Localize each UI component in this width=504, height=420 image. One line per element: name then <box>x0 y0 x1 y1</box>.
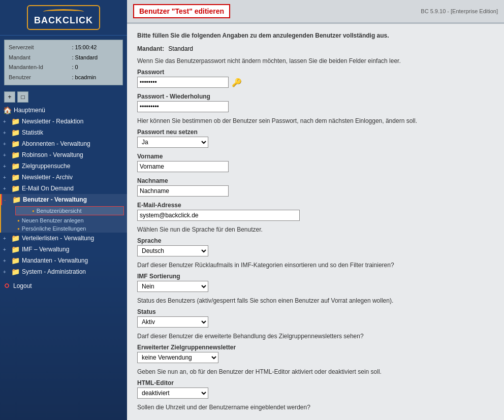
sidebar-item-benutzer-verwaltung[interactable]: - 📁 Benutzer - Verwaltung <box>1 194 127 205</box>
status-group: Status Aktiv Gesperrt <box>137 308 494 328</box>
sidebar-item-label: Hauptmenü <box>14 107 45 114</box>
password-label: Passwort <box>137 69 494 76</box>
sidebar-item-robinson[interactable]: + 📁 Robinson - Verwaltung <box>0 149 127 160</box>
logout-label: Logout <box>13 282 32 289</box>
folder-icon: 📁 <box>11 184 20 192</box>
expand-icon: + <box>3 258 9 264</box>
email-input[interactable] <box>137 210 300 221</box>
sub-item-label: Neuen Benutzer anlegen <box>22 217 84 223</box>
vorname-group: Vorname <box>137 153 494 172</box>
key-icon: 🔑 <box>232 78 242 87</box>
imf-label: IMF Sortierung <box>137 273 494 280</box>
password-reset-group: Passwort neu setzen Ja Nein <box>137 128 494 148</box>
imf-select[interactable]: Nein Ja <box>137 281 208 292</box>
sidebar-item-imf[interactable]: + 📁 IMF – Verwaltung <box>0 244 127 255</box>
password-reset-label: Passwort neu setzen <box>137 128 494 136</box>
uhrzeit-info: Sollen die Uhrzeit und der Benutzername … <box>137 404 494 411</box>
collapse-all-button[interactable]: □ <box>17 91 28 103</box>
sprache-info: Wählen Sie nun die Sprache für den Benut… <box>137 226 494 233</box>
logo-area: BACKCLICK <box>0 0 127 36</box>
sidebar-item-system-administration[interactable]: + 📁 System - Administration <box>0 266 127 277</box>
html-select[interactable]: deaktiviert aktiviert <box>137 387 208 399</box>
sidebar-item-abonnenten[interactable]: + 📁 Abonnenten - Verwaltung <box>0 138 127 149</box>
sprache-label: Sprache <box>137 237 494 244</box>
password-row: 🔑 <box>137 77 494 88</box>
sidebar-item-statistik[interactable]: + 📁 Statistik <box>0 127 127 138</box>
sidebar-item-zielgruppensuche[interactable]: + 📁 Zielgruppensuche <box>0 160 127 172</box>
sub-item-benutzuerbersicht[interactable]: ● Benutzerübersicht <box>15 206 124 215</box>
expand-icon: + <box>3 141 9 147</box>
password-reset-select[interactable]: Ja Nein <box>137 137 208 148</box>
expand-icon: + <box>3 175 9 180</box>
main-header: Benutzer "Test" editieren BC 5.9.10 - [E… <box>127 0 504 23</box>
imf-info: Darf dieser Benutzer Rücklaufmails in IM… <box>137 262 494 269</box>
expand-icon: + <box>3 269 9 275</box>
home-icon: 🏠 <box>3 106 12 114</box>
folder-icon: 📁 <box>11 234 20 242</box>
dot-icon: ● <box>17 218 20 223</box>
nav-icons: + □ <box>0 89 127 105</box>
expand-icon: + <box>3 186 9 191</box>
erweitert-select[interactable]: keine Verwendung Ja <box>137 352 218 363</box>
sidebar-item-label: Statistik <box>22 129 43 136</box>
password-repeat-group: Passwort - Wiederholung <box>137 93 494 112</box>
password-input[interactable] <box>137 77 229 88</box>
sidebar-item-newsletter-archiv[interactable]: + 📁 Newsletter - Archiv <box>0 172 127 183</box>
status-label: Status <box>137 308 494 315</box>
expand-all-button[interactable]: + <box>4 91 15 103</box>
erweitert-label: Erweiterter Zielgruppennewsletter <box>137 344 494 351</box>
logo-arc <box>43 9 84 14</box>
mandant-id-value: : 0 <box>70 63 118 72</box>
logo-text: BACKCLICK <box>34 15 93 26</box>
sub-item-neuen-benutzer[interactable]: ● Neuen Benutzer anlegen <box>1 216 127 224</box>
html-label: HTML-Editor <box>137 379 494 386</box>
logout-button[interactable]: ⭘ Logout <box>0 279 127 293</box>
mandant-id-label: Mandanten-Id <box>9 63 69 72</box>
logo-box: BACKCLICK <box>27 5 100 30</box>
sidebar-item-email-on-demand[interactable]: + 📁 E-Mail On Demand <box>0 183 127 194</box>
sidebar-item-label: Zielgruppensuche <box>22 163 70 170</box>
folder-icon: 📁 <box>12 196 21 204</box>
folder-icon: 📁 <box>11 140 20 148</box>
sidebar-item-label: Robinson - Verwaltung <box>22 151 83 158</box>
html-info: Geben Sie nun an, ob für den Benutzer de… <box>137 368 494 375</box>
erweitert-info: Darf dieser Benutzer die erweiterte Beha… <box>137 333 494 340</box>
sidebar-item-mandanten[interactable]: + 📁 Mandanten - Verwaltung <box>0 255 127 266</box>
sidebar-item-label: System - Administration <box>22 268 86 275</box>
sidebar-item-label: Mandanten - Verwaltung <box>22 257 88 264</box>
status-select[interactable]: Aktiv Gesperrt <box>137 316 208 328</box>
expand-icon: + <box>3 164 9 169</box>
logout-icon: ⭘ <box>3 281 11 290</box>
password-reset-info: Hier können Sie bestimmen ob der Benutze… <box>137 117 494 124</box>
page-title: Benutzer "Test" editieren <box>133 4 230 18</box>
expand-icon: + <box>3 119 9 124</box>
benutzer-section: - 📁 Benutzer - Verwaltung ● Benutzerüber… <box>0 194 127 233</box>
nachname-label: Nachname <box>137 177 494 184</box>
sidebar-item-label: Newsletter - Archiv <box>22 174 73 181</box>
server-info: Serverzeit : 15:00:42 Mandant : Standard… <box>4 40 123 85</box>
status-info: Status des Benutzers (aktiv/gesperrt fal… <box>137 297 494 304</box>
nachname-group: Nachname <box>137 177 494 197</box>
main-content: Benutzer "Test" editieren BC 5.9.10 - [E… <box>127 0 504 420</box>
folder-icon: 📁 <box>11 151 20 159</box>
sidebar-item-hauptmenu[interactable]: 🏠 Hauptmenü <box>0 105 127 116</box>
nachname-input[interactable] <box>137 185 229 197</box>
expand-icon: - <box>4 197 10 203</box>
html-group: HTML-Editor deaktiviert aktiviert <box>137 379 494 399</box>
sidebar-item-newsletter-redaktion[interactable]: + 📁 Newsletter - Redaktion <box>0 116 127 127</box>
sub-item-persoenliche-einstellungen[interactable]: ● Persönliche Einstellungen <box>1 224 127 233</box>
email-group: E-Mail-Adresse <box>137 202 494 221</box>
sidebar-item-verteilerlisten[interactable]: + 📁 Verteilerlisten - Verwaltung <box>0 233 127 244</box>
folder-icon: 📁 <box>11 256 20 265</box>
dot-icon: ● <box>32 209 35 213</box>
vorname-input[interactable] <box>137 161 229 172</box>
folder-icon: 📁 <box>11 117 20 125</box>
password-repeat-input[interactable] <box>137 101 229 112</box>
folder-icon: 📁 <box>11 245 20 253</box>
sidebar-item-label: E-Mail On Demand <box>22 185 74 192</box>
sidebar-item-label: Newsletter - Redaktion <box>22 118 83 125</box>
expand-icon: + <box>3 247 9 252</box>
serverzeit-label: Serverzeit <box>9 43 69 52</box>
sidebar: BACKCLICK Serverzeit : 15:00:42 Mandant … <box>0 0 127 420</box>
sprache-select[interactable]: Deutsch English <box>137 245 208 256</box>
